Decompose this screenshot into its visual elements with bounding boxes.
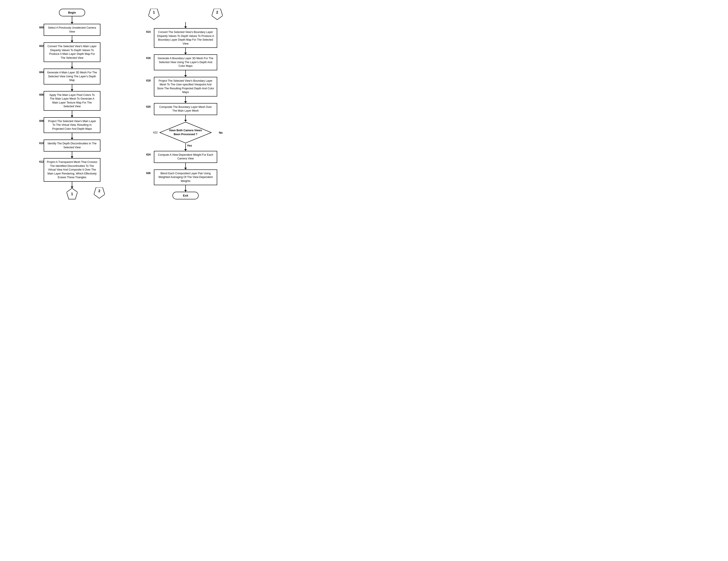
step-626-box: Blend Each Composited Layer Pair Using W… [154, 169, 217, 185]
arrow [185, 100, 186, 102]
step-616-box: Generate A Boundary Layer 3D Mesh For Th… [154, 54, 217, 70]
column-spacer [118, 9, 135, 200]
begin-label: Begin [68, 11, 76, 14]
step-612-box: Project A Transparent Mesh That Crosses … [44, 158, 100, 182]
step-608-row: 608 Project The Selected View's Main Lay… [39, 117, 105, 133]
step-620-box: Composite The Boundary Layer Mesh Over T… [154, 103, 217, 115]
connector-1-top: 1 [148, 9, 159, 21]
arrow [72, 88, 72, 90]
step-602-box: Convert The Selected View's Main Layer D… [44, 42, 100, 62]
label-624: 624 [146, 153, 151, 156]
arrow [185, 74, 186, 76]
arrow [185, 148, 186, 149]
step-616-text: Generate A Boundary Layer 3D Mesh For Th… [158, 57, 213, 67]
begin-shape: Begin [59, 9, 85, 16]
step-620-row: 620 Composite The Boundary Layer Mesh Ov… [148, 103, 223, 115]
connector-line [72, 133, 72, 136]
right-column: 1 2 614 Convert The Selected View's Boun… [148, 9, 223, 200]
flowchart-diagram: Begin 600 Select A Previously Unselected… [4, 4, 258, 204]
arrow [185, 25, 186, 27]
connector-line [72, 182, 72, 185]
connector-1-pentagon: 1 [67, 188, 77, 200]
step-624-row: 624 Compute A View-Dependent Weight For … [148, 151, 223, 163]
step-606-row: 606 Apply The Main Layer Pixel Colors To… [39, 91, 105, 111]
svg-text:2: 2 [216, 10, 218, 14]
step-614-text: Convert The Selected View's Boundary Lay… [157, 31, 214, 45]
svg-text:1: 1 [153, 10, 155, 14]
connector-2-right-bottom: 2 [94, 187, 105, 200]
arrow [72, 21, 72, 22]
step-618-row: 618 Project The Selected View's Boundary… [148, 77, 223, 96]
connector-line [185, 96, 186, 100]
label-600: 600 [39, 26, 44, 29]
exit-label: Exit [183, 194, 188, 197]
arrow [185, 166, 186, 168]
connector-2-top-group: 2 [212, 9, 223, 21]
step-612-row: 612 Project A Transparent Mesh That Cros… [39, 158, 105, 182]
connector-line [185, 143, 186, 148]
svg-text:1: 1 [71, 192, 73, 196]
step-600-row: 600 Select A Previously Unselected Camer… [39, 24, 105, 36]
step-618-box: Project The Selected View's Boundary Lay… [154, 77, 217, 96]
step-602-text: Convert The Selected View's Main Layer D… [48, 45, 97, 59]
step-604-row: 604 Generate A Main Layer 3D Mesh For Th… [39, 69, 105, 84]
top-connectors: 1 2 [148, 9, 223, 21]
connector-line [72, 111, 72, 114]
label-608: 608 [39, 119, 44, 122]
connector-line [72, 84, 72, 88]
exit-shape: Exit [172, 192, 199, 199]
arrow [72, 155, 72, 157]
svg-text:2: 2 [98, 189, 100, 193]
step-610-box: Identify The Depth Discontinuities In Th… [44, 139, 100, 151]
connector-line [185, 22, 186, 25]
label-620: 620 [146, 105, 151, 108]
connector-line [185, 115, 186, 119]
step-614-row: 614 Convert The Selected View's Boundary… [148, 28, 223, 48]
label-612: 612 [39, 160, 44, 163]
step-610-row: 610 Identify The Depth Discontinuities I… [39, 139, 105, 151]
connector-line [185, 48, 186, 51]
step-604-text: Generate A Main Layer 3D Mesh For The Se… [47, 71, 97, 82]
arrow [72, 39, 72, 41]
step-626-text: Blend Each Composited Layer Pair Using W… [158, 172, 213, 182]
arrow [72, 65, 72, 67]
arrow [72, 114, 72, 116]
label-616: 616 [146, 57, 151, 60]
arrow [185, 189, 186, 190]
step-624-text: Compute A View-Dependent Weight For Each… [158, 153, 213, 160]
connector-line [185, 163, 186, 166]
right-main-flow: 614 Convert The Selected View's Boundary… [148, 22, 223, 199]
diamond-622-text: Have Both Camera Views Been Processed ? [159, 129, 212, 136]
diamond-622-id: 622 [153, 131, 158, 134]
label-614: 614 [146, 30, 151, 33]
label-610: 610 [39, 142, 44, 145]
connector-2-top: 2 [212, 9, 223, 21]
connector-line [185, 70, 186, 74]
step-600-text: Select A Previously Unselected Camera Vi… [48, 26, 96, 33]
label-606: 606 [39, 93, 44, 96]
no-label: No [219, 131, 223, 134]
step-608-box: Project The Selected View's Main Layer T… [44, 117, 100, 133]
step-604-box: Generate A Main Layer 3D Mesh For The Se… [44, 69, 100, 84]
step-624-box: Compute A View-Dependent Weight For Each… [154, 151, 217, 163]
step-626-row: 626 Blend Each Composited Layer Pair Usi… [148, 169, 223, 185]
step-612-text: Project A Transparent Mesh That Crosses … [47, 160, 97, 179]
connector-line [72, 16, 72, 21]
step-600-box: Select A Previously Unselected Camera Vi… [44, 24, 100, 36]
connector-line [72, 151, 72, 155]
step-618-text: Project The Selected View's Boundary Lay… [157, 79, 214, 94]
arrow [72, 136, 72, 138]
yes-label: Yes [187, 144, 192, 147]
step-620-text: Composite The Boundary Layer Mesh Over T… [159, 105, 212, 112]
step-602-row: 602 Convert The Selected View's Main Lay… [39, 42, 105, 62]
connector-line [72, 62, 72, 65]
connector-line [185, 185, 186, 189]
step-616-row: 616 Generate A Boundary Layer 3D Mesh Fo… [148, 54, 223, 70]
step-608-text: Project The Selected View's Main Layer T… [48, 120, 96, 130]
diamond-622-label: Have Both Camera Views Been Processed ? [169, 129, 202, 136]
arrow [185, 119, 186, 120]
label-602: 602 [39, 45, 44, 48]
step-614-box: Convert The Selected View's Boundary Lay… [154, 28, 217, 48]
left-column: Begin 600 Select A Previously Unselected… [39, 9, 105, 200]
arrow [185, 51, 186, 53]
